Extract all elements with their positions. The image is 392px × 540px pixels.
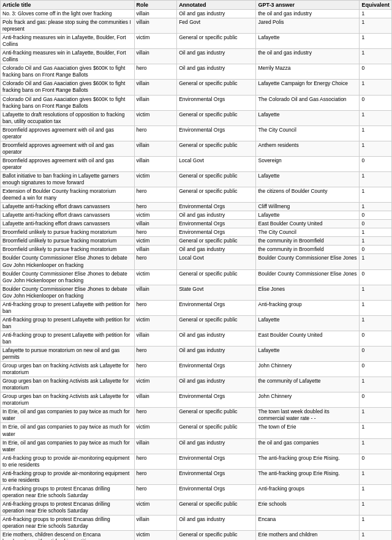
- role-cell: hero: [134, 469, 177, 484]
- article-title-cell: Boulder County Commissioner Elise Jhones…: [1, 269, 135, 285]
- annotated-cell: Oil and gas industry: [177, 49, 256, 64]
- table-row: In Erie, oil and gas companies to pay tw…: [1, 423, 392, 438]
- equiv-cell: 1: [360, 18, 392, 34]
- equiv-cell: 1: [360, 300, 392, 315]
- article-title-cell: Boulder County Commissioner Elise Jhones…: [1, 254, 135, 269]
- annotated-cell: Environmental Orgs: [177, 95, 256, 110]
- header-gpt3: GPT-3 answer: [256, 1, 360, 10]
- annotated-cell: Environmental Orgs: [177, 228, 256, 237]
- annotated-cell: Environmental Orgs: [177, 203, 256, 211]
- gpt3-cell: Lafayette: [256, 34, 360, 49]
- table-row: Lafayette anti-fracking effort draws can…: [1, 211, 392, 220]
- gpt3-cell: East Boulder County United: [256, 331, 360, 346]
- annotated-cell: Oil and gas industry: [177, 438, 256, 454]
- annotated-cell: Environmental Orgs: [177, 300, 256, 315]
- annotated-cell: Local Govt: [177, 254, 256, 269]
- article-title-cell: Colorado Oil and Gas Aaaciation gives $6…: [1, 64, 135, 80]
- table-row: Anti-fracking groups to protest Encanas …: [1, 484, 392, 500]
- article-title-cell: Extension of Boulder County fracking mor…: [1, 187, 135, 203]
- table-row: Colorado Oil and Gas Aaaciation gives $6…: [1, 95, 392, 110]
- gpt3-cell: Lafayette: [256, 110, 360, 126]
- annotated-cell: General or specific public: [177, 423, 256, 438]
- article-title-cell: Anti-fracking groups to protest Encanas …: [1, 500, 135, 515]
- gpt3-cell: the citizens of Boulder County: [256, 187, 360, 203]
- role-cell: villain: [134, 49, 177, 64]
- gpt3-cell: Cliff Willmeng: [256, 203, 360, 211]
- annotated-cell: Environmental Orgs: [177, 484, 256, 500]
- role-cell: victim: [134, 315, 177, 331]
- gpt3-cell: The Colorado Oil and Gas Association: [256, 95, 360, 110]
- role-cell: villain: [134, 18, 177, 34]
- equiv-cell: 1: [360, 187, 392, 203]
- table-row: Colorado Oil and Gas Aaaciation gives $6…: [1, 80, 392, 95]
- role-cell: villain: [134, 95, 177, 110]
- gpt3-cell: Boulder County Commissioner Elise Jones: [256, 269, 360, 285]
- table-row: Anti-fracking group to present Lafayette…: [1, 315, 392, 331]
- annotated-cell: General or specific public: [177, 269, 256, 285]
- annotated-cell: General or specific public: [177, 171, 256, 187]
- table-row: Anti-fracking groups to protest Encanas …: [1, 500, 392, 515]
- equiv-cell: 1: [360, 203, 392, 211]
- table-row: Lafayette anti-fracking effort draws can…: [1, 220, 392, 228]
- annotated-cell: Local Govt: [177, 156, 256, 171]
- annotated-cell: General or specific public: [177, 110, 256, 126]
- table-row: Anti-fracking group to provide air-monit…: [1, 454, 392, 469]
- gpt3-cell: Lafayette: [256, 171, 360, 187]
- role-cell: hero: [134, 203, 177, 211]
- gpt3-cell: the oil and gas companies: [256, 438, 360, 454]
- article-title-cell: Lafayette anti-fracking effort draws can…: [1, 220, 135, 228]
- annotated-cell: General or specific public: [177, 315, 256, 331]
- equiv-cell: 0: [360, 347, 392, 362]
- gpt3-cell: Anthem residents: [256, 141, 360, 156]
- equiv-cell: 0: [360, 211, 392, 220]
- equiv-cell: 1: [360, 531, 392, 540]
- gpt3-cell: the community in Broomfield: [256, 246, 360, 254]
- gpt3-cell: Lafayette: [256, 211, 360, 220]
- role-cell: hero: [134, 228, 177, 237]
- article-title-cell: Anti-fracking groups to protest Encanas …: [1, 484, 135, 500]
- annotated-cell: General or specific public: [177, 408, 256, 423]
- header-article-title: Article title: [1, 1, 135, 10]
- annotated-cell: General or specific public: [177, 80, 256, 95]
- equiv-cell: 1: [360, 126, 392, 141]
- equiv-cell: 0: [360, 95, 392, 110]
- role-cell: villain: [134, 331, 177, 346]
- article-title-cell: In Erie, oil and gas companies to pay tw…: [1, 423, 135, 438]
- annotated-cell: Oil and gas industry: [177, 331, 256, 346]
- table-row: Broomfield approves agreement with oil a…: [1, 141, 392, 156]
- article-title-cell: No. 3: Gloves come off in the light over…: [1, 10, 135, 18]
- annotated-cell: General or specific public: [177, 500, 256, 515]
- article-title-cell: Group urges ban on fracking Activists as…: [1, 392, 135, 408]
- role-cell: hero: [134, 484, 177, 500]
- gpt3-cell: John Chinnery: [256, 362, 360, 377]
- role-cell: hero: [134, 126, 177, 141]
- gpt3-cell: Elise Jones: [256, 285, 360, 300]
- role-cell: victim: [134, 237, 177, 246]
- annotated-cell: General or specific public: [177, 187, 256, 203]
- gpt3-cell: The anti-fracking group Erie Rising.: [256, 454, 360, 469]
- role-cell: victim: [134, 269, 177, 285]
- table-row: Group urges ban on fracking Activists as…: [1, 392, 392, 408]
- gpt3-cell: The town of Erie: [256, 423, 360, 438]
- table-row: Broomfield unlikely to pursue fracking m…: [1, 228, 392, 237]
- gpt3-cell: Sovereign: [256, 156, 360, 171]
- annotated-cell: General or specific public: [177, 34, 256, 49]
- table-row: Lafayette to pursue moratorium on new oi…: [1, 347, 392, 362]
- table-row: Boulder County Commissioner Elise Jhones…: [1, 254, 392, 269]
- article-title-cell: Anti-fracking group to present Lafayette…: [1, 315, 135, 331]
- annotated-cell: Oil and gas industry: [177, 377, 256, 392]
- equiv-cell: 1: [360, 408, 392, 423]
- equiv-cell: 0: [360, 454, 392, 469]
- equiv-cell: 1: [360, 438, 392, 454]
- equiv-cell: 1: [360, 228, 392, 237]
- equiv-cell: 1: [360, 49, 392, 64]
- equiv-cell: 0: [360, 246, 392, 254]
- role-cell: victim: [134, 423, 177, 438]
- role-cell: villain: [134, 80, 177, 95]
- role-cell: villain: [134, 438, 177, 454]
- annotated-cell: Environmental Orgs: [177, 392, 256, 408]
- table-row: Pols frack and gas: please stop suing th…: [1, 18, 392, 34]
- gpt3-cell: the oil and gas industry: [256, 49, 360, 64]
- role-cell: hero: [134, 254, 177, 269]
- header-row: Article title Role Annotated GPT-3 answe…: [1, 1, 392, 10]
